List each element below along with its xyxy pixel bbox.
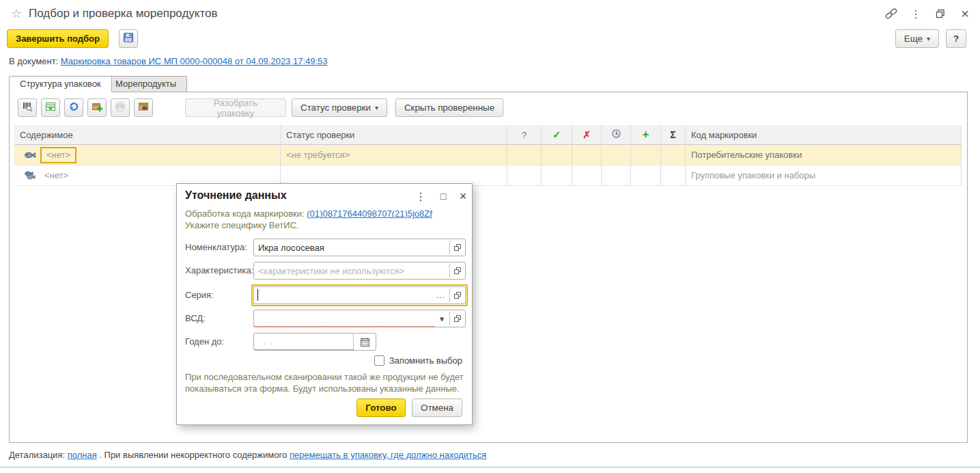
vsd-dropdown-icon[interactable]: ▾	[434, 310, 449, 327]
cell-status[interactable]: <не требуется>	[281, 145, 507, 165]
page-title: Подбор и проверка морепродуктов	[29, 7, 218, 21]
fill-table-icon	[45, 101, 56, 114]
nomenclature-field	[253, 239, 466, 256]
table-row[interactable]: <нет> Групповые упаковки и наборы	[14, 165, 962, 186]
more-button[interactable]: Еще ▾	[895, 29, 939, 48]
package-barcode-icon	[138, 101, 149, 114]
cell-question[interactable]	[507, 145, 542, 165]
fill-table-button[interactable]	[41, 98, 60, 117]
series-input[interactable]	[254, 287, 432, 303]
cell-pending[interactable]	[602, 145, 631, 165]
save-button[interactable]	[119, 29, 138, 48]
column-header-marking-code[interactable]: Код маркировки	[686, 125, 962, 144]
dialog-maximize-icon[interactable]: □	[437, 190, 449, 202]
move-to-package-link[interactable]: перемещать в упаковку, где должно находи…	[290, 450, 487, 460]
chevron-down-icon: ▾	[375, 104, 378, 111]
data-clarification-dialog: Уточнение данных ⋮ □ × Обработка кода ма…	[176, 183, 473, 425]
check-icon[interactable]: ✓	[552, 129, 561, 140]
cell-marking-code[interactable]: Потребительские упаковки	[686, 145, 962, 165]
open-vsd-icon[interactable]	[450, 310, 465, 327]
cancel-button[interactable]: Отмена	[412, 398, 462, 417]
cell-cross[interactable]	[572, 145, 602, 165]
column-header-question[interactable]: ?	[507, 125, 542, 144]
open-series-icon[interactable]	[450, 287, 465, 303]
fish-group-icon	[24, 170, 38, 180]
print-button[interactable]	[111, 98, 130, 117]
remember-checkbox[interactable]	[374, 355, 384, 366]
cell-value[interactable]: <нет>	[44, 170, 68, 180]
marking-code-link[interactable]: (01)08717644098707(21)5jo8Zf	[307, 208, 432, 219]
link-icon[interactable]	[884, 7, 898, 21]
tab-packing-structure[interactable]: Структура упаковок	[9, 76, 112, 92]
cell-marking-code[interactable]: Групповые упаковки и наборы	[686, 165, 962, 185]
nomenclature-input[interactable]	[254, 239, 449, 256]
refresh-icon	[68, 101, 79, 114]
cell-plus[interactable]	[631, 165, 661, 185]
detail-mode-link[interactable]: полная	[68, 450, 97, 460]
cell-cross[interactable]	[572, 165, 602, 185]
open-characteristic-icon[interactable]	[450, 262, 465, 279]
detail-status-bar: Детализация: полная . При выявлении неко…	[9, 450, 486, 460]
cell-pending[interactable]	[602, 165, 631, 185]
chevron-down-icon: ▾	[927, 35, 930, 42]
series-choose-button[interactable]: ...	[432, 287, 449, 303]
processing-label: Обработка кода маркировки:	[185, 208, 305, 219]
scan-barcode-button[interactable]	[18, 98, 37, 117]
cell-check[interactable]	[542, 165, 572, 185]
document-label: В документ:	[9, 56, 58, 66]
disassemble-package-button[interactable]: Разобрать упаковку	[185, 98, 286, 117]
dialog-more-icon[interactable]: ⋮	[415, 190, 427, 202]
restore-window-icon[interactable]	[934, 7, 947, 21]
cell-sum[interactable]	[661, 165, 686, 185]
document-link[interactable]: Маркировка товаров ИС МП 0000-000048 от …	[61, 56, 328, 66]
column-header-content[interactable]: Содержимое	[14, 125, 281, 144]
column-header-pending[interactable]	[602, 125, 631, 144]
series-field-focused: ...	[251, 284, 468, 306]
help-button[interactable]: ?	[946, 29, 966, 48]
characteristic-label: Характеристика:	[185, 262, 253, 280]
check-status-label: Статус проверки	[300, 103, 371, 113]
characteristic-field	[253, 262, 466, 280]
cell-content[interactable]: <нет>	[14, 145, 281, 165]
open-nomenclature-icon[interactable]	[450, 239, 465, 256]
characteristic-input[interactable]	[254, 262, 449, 279]
finish-selection-button[interactable]: Завершить подбор	[7, 29, 109, 48]
text-caret	[257, 289, 258, 301]
tab-seafood[interactable]: Морепродукты	[104, 76, 187, 92]
vsd-field: ▾	[253, 310, 466, 327]
close-window-icon[interactable]: ×	[958, 7, 972, 21]
cell-plus[interactable]	[631, 145, 661, 165]
expiry-field	[253, 333, 376, 351]
hide-checked-button[interactable]: Скрыть проверенные	[395, 98, 503, 117]
more-menu-icon[interactable]: ⋮	[909, 7, 923, 21]
table-header-row: Содержимое Статус проверки ? ✓ ✗ + Σ Код…	[14, 125, 962, 145]
calendar-icon[interactable]	[353, 334, 376, 350]
expiry-input[interactable]	[254, 334, 353, 349]
vsd-input[interactable]	[254, 310, 434, 326]
sum-icon[interactable]: Σ	[670, 129, 675, 140]
packing-table: Содержимое Статус проверки ? ✓ ✗ + Σ Код…	[14, 125, 962, 186]
window-border	[0, 467, 980, 468]
dialog-close-icon[interactable]: ×	[457, 190, 469, 202]
add-package-button[interactable]	[87, 98, 107, 117]
favorite-star-icon[interactable]: ☆	[11, 6, 22, 21]
cell-check[interactable]	[542, 145, 572, 165]
done-button[interactable]: Готово	[356, 398, 406, 417]
table-toolbar: Разобрать упаковку Статус проверки ▾ Скр…	[18, 98, 503, 117]
table-row[interactable]: <нет> <не требуется> Потребительские упа…	[14, 145, 962, 165]
cell-sum[interactable]	[661, 145, 686, 165]
add-package-icon	[92, 101, 102, 114]
check-status-button[interactable]: Статус проверки ▾	[292, 98, 387, 117]
package-barcode-button[interactable]	[134, 98, 153, 117]
selected-cell-value[interactable]: <нет>	[40, 147, 76, 163]
cell-content[interactable]: <нет>	[14, 165, 281, 185]
dialog-title: Уточнение данных	[185, 189, 287, 202]
column-header-status[interactable]: Статус проверки	[281, 125, 507, 144]
cross-icon[interactable]: ✗	[583, 129, 591, 140]
plus-icon[interactable]: +	[643, 128, 649, 141]
more-button-label: Еще	[904, 33, 923, 44]
cell-question[interactable]	[507, 165, 542, 185]
refresh-button[interactable]	[64, 98, 83, 117]
detail-label: Детализация:	[9, 450, 68, 460]
cell-status[interactable]	[281, 165, 507, 185]
